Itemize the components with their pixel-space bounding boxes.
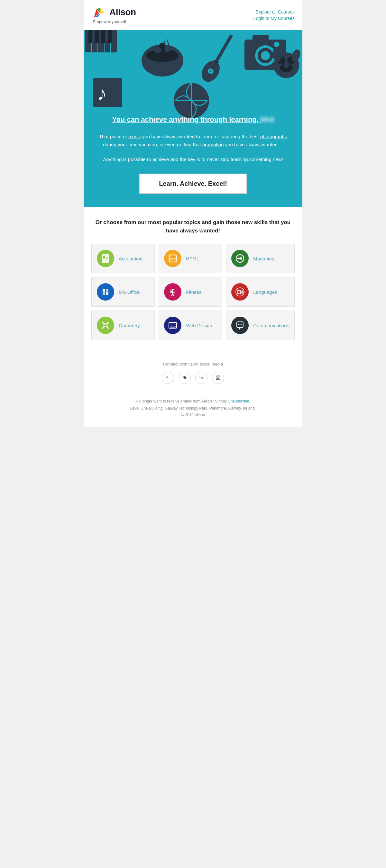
topic-card-communications[interactable]: Communications [226,311,295,340]
svg-point-75 [240,324,241,326]
accounting-icon [97,250,114,267]
svg-text:</>: </> [170,256,176,261]
explore-courses-link[interactable]: Explore all Courses [256,9,295,14]
logo-name: Alison [109,7,136,18]
svg-rect-48 [106,257,108,257]
header: Alison Empower yourself Explore all Cour… [84,0,302,30]
svg-rect-55 [102,289,105,291]
linkedin-icon[interactable]: in [195,372,207,384]
hero-body2: Anything is possible to achieve and the … [96,155,290,164]
topics-intro: Or choose from our most popular topics a… [91,218,295,235]
svg-rect-22 [214,34,233,64]
svg-rect-47 [106,255,108,256]
svg-rect-8 [111,30,117,53]
svg-rect-31 [253,35,269,42]
topic-card-marketing[interactable]: Marketing [226,244,295,273]
svg-line-63 [173,294,174,296]
logo-area: Alison Empower yourself [91,6,136,24]
svg-point-16 [146,49,179,62]
logo-text: Alison [91,6,136,19]
svg-point-54 [237,257,239,259]
topic-card-webdesign[interactable]: www Web Design [158,311,222,340]
languages-icon: 日 本 [231,283,249,301]
svg-rect-57 [102,292,105,295]
hero-content: You can achieve anything through learnin… [84,115,302,194]
communications-label: Communications [253,323,289,328]
topic-card-fitness[interactable]: λ Fitness [158,277,222,307]
html-label: HTML [186,256,199,261]
topic-card-accounting[interactable]: Accounting [91,244,155,273]
svg-text:f: f [166,375,168,380]
svg-point-34 [261,51,270,60]
topic-card-msoffice[interactable]: MS Office [91,277,155,307]
svg-point-81 [219,376,220,377]
hero-title: You can achieve anything through learnin… [96,115,290,125]
social-label: Connect with us on social media [91,362,295,367]
facebook-icon[interactable]: f [162,372,174,384]
html-icon: </> [164,250,181,267]
fitness-icon: λ [164,283,181,301]
logo-tagline: Empower yourself [93,19,136,24]
carpentry-icon [97,317,114,334]
svg-rect-12 [108,30,112,43]
languages-label: Languages [253,289,277,295]
hero-body1: That piece of music you have always want… [96,132,290,149]
svg-text:λ: λ [170,288,172,294]
svg-rect-58 [106,292,109,295]
footer-unsubscribe: No longer want to receive emails from Al… [91,398,295,405]
accounting-label: Accounting [119,256,143,261]
svg-rect-10 [95,30,99,43]
svg-point-40 [284,63,289,68]
svg-marker-2 [100,8,104,13]
footer-copyright: © 2019 Alison [91,412,295,419]
twitter-icon[interactable] [179,372,191,384]
svg-point-76 [241,324,242,326]
header-links: Explore all Courses Login to My Courses [254,9,295,21]
topics-grid: Accounting </> HTML Marketing [91,244,295,340]
svg-text:www: www [170,326,176,328]
svg-rect-45 [103,258,105,259]
carpentry-label: Carpentry [119,323,140,328]
topics-section: Or choose from our most popular topics a… [84,207,302,352]
svg-point-80 [217,377,219,379]
svg-text:in: in [200,376,203,380]
svg-rect-46 [103,260,105,260]
svg-rect-49 [106,258,108,259]
hero-banner: ♪ [84,30,302,207]
svg-text:本: 本 [240,290,245,295]
unsubscribe-link[interactable]: Unsubscribe. [228,399,250,403]
svg-rect-11 [101,30,105,43]
instagram-icon[interactable] [212,372,224,384]
svg-rect-56 [106,289,109,291]
svg-rect-50 [106,260,108,260]
svg-point-19 [165,47,170,53]
social-section: Connect with us on social media f in [84,352,302,390]
photographs-link[interactable]: photographs [260,134,287,139]
svg-point-70 [104,324,107,327]
svg-point-74 [238,324,239,326]
topic-card-html[interactable]: </> HTML [158,244,222,273]
marketing-label: Marketing [253,256,274,261]
svg-rect-44 [103,255,105,258]
svg-rect-9 [88,30,92,43]
fitness-label: Fitness [186,289,201,295]
msoffice-icon [97,283,114,301]
footer-address: Level One Building, Galway Technology Pa… [91,405,295,412]
login-link[interactable]: Login to My Courses [254,16,295,21]
footer: No longer want to receive emails from Al… [84,390,302,427]
msoffice-label: MS Office [119,289,140,295]
hero-title-blurred: blrd [261,115,274,125]
topic-card-languages[interactable]: 日 本 Languages [226,277,295,307]
social-icons-row: f in [91,372,295,384]
svg-text:♪: ♪ [97,83,107,104]
promotion-link[interactable]: promotion [202,142,224,147]
topic-card-carpentry[interactable]: Carpentry [91,311,155,340]
hero-cta-button[interactable]: Learn. Achieve. Excel! [139,174,247,194]
webdesign-label: Web Design [186,323,212,328]
webdesign-icon: www [164,317,181,334]
communications-icon [231,317,249,334]
svg-point-35 [274,42,279,47]
alison-logo-icon [91,6,107,19]
music-link[interactable]: music [128,134,141,139]
marketing-icon [231,250,249,267]
